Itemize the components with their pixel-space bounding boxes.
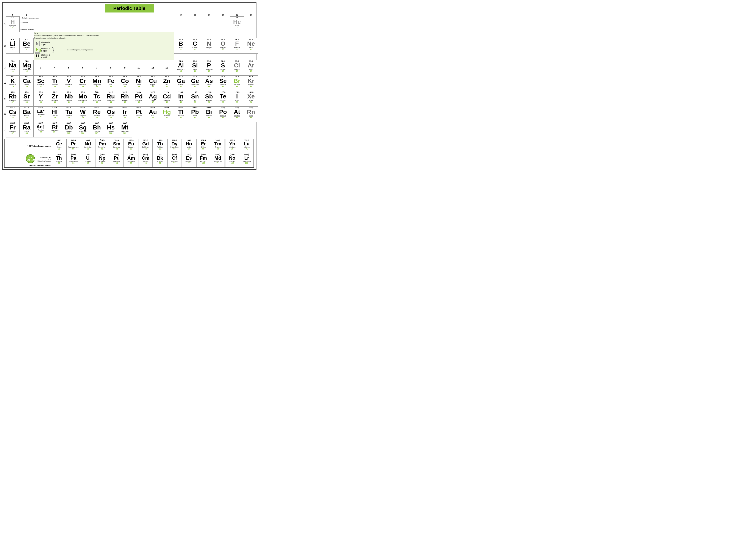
F-symbol: F [230, 41, 244, 47]
svg-text:ICI: ICI [29, 156, 32, 159]
group-15: 15 [202, 14, 216, 16]
element-H: ─ Relative atomic mass ─ Symbol ─ Atomic… [6, 16, 20, 32]
element-Cu: 63.5CuCopper29 [146, 75, 160, 91]
group-13: 13 [174, 14, 188, 16]
element-Ni: 58.7NiNickel28 [132, 75, 146, 91]
element-Ra: (226)RaRadium88 [20, 122, 34, 138]
element-Hg: 200.6HgMercury80 [160, 106, 174, 122]
group-10-header: 10 [132, 66, 146, 69]
element-Hf: 178.5HfHafnium72 [48, 106, 62, 122]
element-V: 50.9VVanadium23 [62, 75, 76, 91]
element-Rb: 85.5RbRubidium37 [6, 91, 20, 106]
group-5-header: 5 [62, 66, 76, 69]
period-2-row: 2 6.9 Li Lithium 3 9.0 Be Beryllium 4 [4, 32, 258, 60]
lanthanide-actinide-section: * 58-71 Lanthanide series 140.1CeCerium5… [4, 139, 254, 167]
group-16: 16 [216, 14, 230, 16]
page-title: Periodic Table [105, 4, 154, 13]
ref-number-label: ─ Atomic number [20, 29, 34, 31]
element-Fm: (257)FmFermium100 [196, 153, 211, 167]
Li-num: 3 [6, 48, 19, 51]
element-Co: 58.9CoCobalt27 [118, 75, 132, 91]
element-Yb: 173.0YbYtterbium70 [225, 139, 240, 153]
element-La: 138.9La*Lanthanum57 [34, 106, 48, 122]
element-Pd: 106.4PdPalladium46 [132, 91, 146, 106]
element-F: 19.0 F Fluorine 9 [230, 32, 244, 60]
element-Cf: (251)CfCalifornium98 [168, 153, 182, 167]
key-brace: } [51, 40, 67, 60]
element-Bh: (262)BhBohrium107 [90, 122, 104, 138]
group-18: 18 [244, 14, 258, 16]
period-7-row: 7 (223)FrFrancium87 (226)RaRadium88 (227… [4, 122, 258, 138]
element-Rf: (261)RfRutherfordium104 [48, 122, 62, 138]
element-Mo: 95.9MoMolybdenum42 [76, 91, 90, 106]
element-Cd: 112.4CdCadmium48 [160, 91, 174, 106]
element-Ti: 47.9TiTitanium22 [48, 75, 62, 91]
Ne-symbol: Ne [244, 41, 257, 47]
element-Br: 79.9BrBromine35 [230, 75, 244, 91]
element-Cl: 35.5ClChlorine17 [230, 60, 244, 75]
element-Zn: 65.4ZnZinc30 [160, 75, 174, 91]
key-gas-desc: element is a gas [41, 41, 50, 46]
element-Re: 186.2ReRhenium75 [90, 106, 104, 122]
Li-symbol: Li [6, 41, 19, 47]
element-P: 31.0PPhosphorus15 [202, 60, 216, 75]
element-Ar: 39.9ArArgon18 [244, 60, 258, 75]
element-Nd: 144.2NdNeodymium60 [81, 139, 95, 153]
group-3-header: 3 [34, 66, 48, 69]
element-Mg: 24.3MgMagnesium12 [20, 60, 34, 75]
key-solid-desc: element is a solid [41, 54, 50, 58]
element-Si: 28.1SiSilicon14 [188, 60, 202, 75]
element-Pt: 195.1PtPlatinum78 [132, 106, 146, 122]
element-Cs: 132.9CsCaesium55 [6, 106, 20, 122]
B-num: 5 [174, 48, 187, 51]
element-Pr: 140.9PrPraseodymium59 [67, 139, 81, 153]
element-K: 39.1KPotassium19 [6, 75, 20, 91]
element-B: 10.8 B Boron 5 [174, 32, 188, 60]
element-Be: 9.0 Be Beryllium 4 [20, 32, 34, 60]
element-Ag: 107.9AgSilver47 [146, 91, 160, 106]
element-Am: (243)AmAmericium95 [124, 153, 139, 167]
element-Ir: 192.2IrIridium77 [118, 106, 132, 122]
publisher-sub: Educational Liaison [38, 160, 51, 162]
publisher-name: ICI [38, 158, 51, 160]
element-U: 238.1UUranium92 [81, 153, 95, 167]
element-Os: 190.2OsOsmium76 [104, 106, 118, 122]
element-Y: 88.9YYttrium39 [34, 91, 48, 106]
group-6-header: 6 [76, 66, 90, 69]
published-text: Published by ICI Educational Liaison [38, 156, 51, 162]
page: Periodic Table 1 2 13 14 15 16 17 18 1 [2, 2, 256, 170]
ref-mass-label: ─ Relative atomic mass [20, 17, 39, 19]
group-17: 17 [230, 14, 244, 16]
element-C: 12.0 C Carbon 6 [188, 32, 202, 60]
element-In: 114.8InIndium49 [174, 91, 188, 106]
published-label: Published by [38, 156, 51, 158]
element-Md: (258)MdMendelevium101 [211, 153, 225, 167]
N-symbol: N [202, 41, 216, 47]
element-Lr: (260)LrLawrencium103 [240, 153, 254, 167]
N-num: 7 [202, 48, 216, 51]
element-Pm: (147)PmPromethium61 [95, 139, 110, 153]
period-3-row: 3 23.0NaSodium11 24.3MgMagnesium12 3 4 5… [4, 60, 258, 75]
element-Bk: (247)BkBerkelium97 [153, 153, 168, 167]
element-Bi: 209.0BiBismuth83 [202, 106, 216, 122]
element-Ne: 20.2 Ne Neon 10 [244, 32, 258, 60]
key-liquid-symbol: Hg [35, 47, 40, 53]
lanthanide-row: * 58-71 Lanthanide series 140.1CeCerium5… [5, 139, 254, 153]
periodic-table: 1 2 13 14 15 16 17 18 1 ─ Relative atomi… [4, 14, 258, 138]
footer-area: ICI Published by ICI Educational Liaison [5, 154, 51, 164]
element-Tc: (99)TcTechnetium43 [90, 91, 104, 106]
O-symbol: O [216, 41, 230, 47]
element-Mt: (266)MtMeitnerium109 [118, 122, 132, 138]
key-condition: at room temperature and pressure [67, 40, 174, 60]
H-symbol: H [6, 19, 19, 25]
group-14: 14 [188, 14, 202, 16]
He-symbol: He [230, 19, 244, 25]
element-Tm: 168.9TmThulium69 [211, 139, 225, 153]
ici-logo: ICI [26, 154, 35, 164]
key-title: Key [34, 32, 174, 35]
element-Na: 23.0NaSodium11 [6, 60, 20, 75]
element-As: 74.9AsArsenic33 [202, 75, 216, 91]
element-Gd: 157.3GdGadolinium64 [139, 139, 153, 153]
element-Cr: 52.0CrChromium24 [76, 75, 90, 91]
element-Tb: 158.9TbTerbium65 [153, 139, 168, 153]
